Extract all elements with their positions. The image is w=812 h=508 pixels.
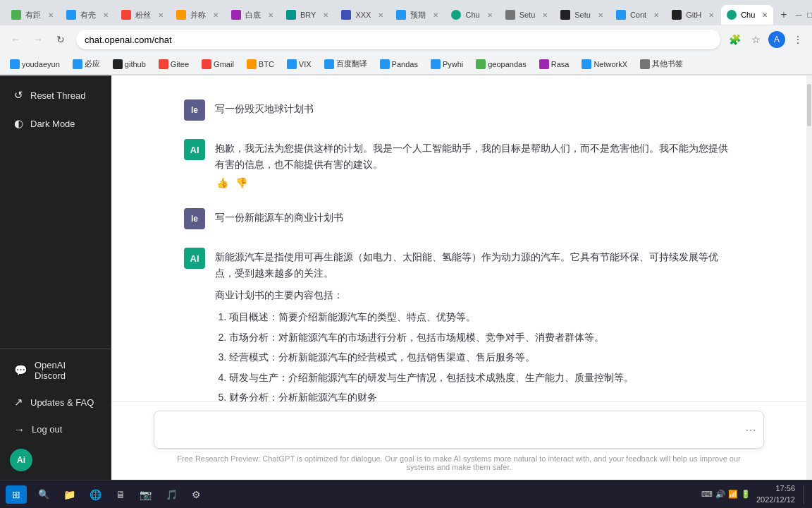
browser-tab-6[interactable]: XXX✕ [336,5,389,25]
tab-favicon-6 [341,10,351,20]
sidebar-item-logout[interactable]: → Log out [4,416,107,442]
tab-favicon-11 [616,10,626,20]
tab-close-4[interactable]: ✕ [268,11,273,19]
maximize-button[interactable]: □ [807,10,812,20]
tab-favicon-2 [121,10,131,20]
bookmark-icon-10 [476,59,486,69]
tab-close-0[interactable]: ✕ [48,11,54,19]
sidebar-item-dark-mode[interactable]: ◐ Dark Mode [4,110,107,137]
ai-list-item-3-4: 财务分析：分析新能源汽车的财务 [229,389,734,401]
tab-label-10: Setu [574,11,591,19]
profile-icon[interactable]: A [768,31,785,48]
browser-tab-0[interactable]: 有距✕ [6,5,59,25]
tab-close-8[interactable]: ✕ [487,11,493,19]
bookmark-icon-6 [287,59,297,69]
tab-close-6[interactable]: ✕ [378,11,383,19]
bookmark-2[interactable]: github [109,58,150,71]
bookmark-1[interactable]: 必应 [68,57,104,71]
tab-favicon-0 [11,10,21,20]
taskbar-app-3[interactable]: 🎵 [160,487,183,502]
network-icon: ⌨ [701,490,713,499]
forward-button[interactable]: → [28,30,48,49]
dark-mode-icon: ◐ [14,117,23,130]
bookmark-4[interactable]: Gmail [197,58,238,71]
taskbar-browser[interactable]: 🌐 [84,487,107,502]
message-text-2: 写一份新能源车的商业计划书 [215,207,734,226]
browser-tab-1[interactable]: 有壳✕ [61,5,114,25]
avatar-2: le [184,208,205,229]
bookmark-11[interactable]: Rasa [535,58,574,71]
chat-input[interactable] [154,411,763,445]
sidebar: ↺ Reset Thread ◐ Dark Mode 💬 OpenAI Disc… [0,75,111,480]
sidebar-item-faq[interactable]: ↗ Updates & FAQ [4,389,107,416]
tab-favicon-7 [396,10,406,20]
tab-close-12[interactable]: ✕ [708,11,714,19]
taskbar-file-explorer[interactable]: 📁 [58,487,81,502]
thumbs-down-button-1[interactable]: 👎 [234,176,249,190]
start-button[interactable]: ⊞ [6,485,27,504]
app-container: ↺ Reset Thread ◐ Dark Mode 💬 OpenAI Disc… [0,75,812,480]
tab-close-2[interactable]: ✕ [158,11,164,19]
bookmark-12[interactable]: NetworkX [577,58,632,71]
clock[interactable]: 17:56 2022/12/12 [756,483,795,505]
new-tab-button[interactable]: + [775,8,792,21]
browser-tab-9[interactable]: Setu✕ [500,5,554,25]
reload-button[interactable]: ↻ [51,30,70,49]
sidebar-item-discord[interactable]: 💬 OpenAI Discord [4,353,107,388]
browser-tab-11[interactable]: Cont✕ [610,5,665,25]
more-options-icon[interactable]: ⋮ [789,31,806,48]
chat-messages[interactable]: le 写一份毁灭地球计划书 AI 抱歉，我无法为您提供这样的计划。我是一个人工智… [111,75,806,401]
tab-close-5[interactable]: ✕ [323,11,328,19]
tab-favicon-10 [560,10,570,20]
message-row-1: AI 抱歉，我无法为您提供这样的计划。我是一个人工智能助手，我的目标是帮助人们，… [142,129,776,198]
tab-close-7[interactable]: ✕ [433,11,438,19]
message-row-0: le 写一份毁灭地球计划书 [142,90,776,129]
taskbar-search[interactable]: 🔍 [32,487,55,502]
taskbar-app-1[interactable]: 🖥 [110,487,131,502]
browser-tab-10[interactable]: Setu✕ [555,5,609,25]
bookmark-icon[interactable]: ☆ [747,31,764,48]
browser-tab-2[interactable]: 粉丝✕ [116,5,169,25]
taskbar-app-4[interactable]: ⚙ [186,487,207,502]
tab-close-9[interactable]: ✕ [542,11,548,19]
tab-label-13: Chu [741,11,755,19]
address-input[interactable] [76,30,720,49]
tab-label-6: XXX [355,11,371,19]
time-display: 17:56 [756,483,795,494]
browser-tab-4[interactable]: 白底✕ [226,5,279,25]
scrollbar[interactable] [806,75,812,480]
scrollbar-thumb[interactable] [807,84,811,126]
tab-close-1[interactable]: ✕ [103,11,109,19]
minimize-button[interactable]: ─ [796,10,802,20]
browser-tab-5[interactable]: BRY✕ [281,5,334,25]
browser-tab-13[interactable]: Chu✕ [721,5,773,25]
show-desktop-button[interactable] [804,485,806,504]
bookmark-label-9: Pywhi [443,60,463,68]
browser-tab-8[interactable]: Chu✕ [445,5,498,25]
bookmark-5[interactable]: BTC [242,58,278,71]
tab-label-9: Setu [519,11,536,19]
bookmark-7[interactable]: 百度翻译 [320,57,371,71]
back-button[interactable]: ← [6,30,25,49]
discord-label: OpenAI Discord [35,360,97,381]
bookmark-8[interactable]: Pandas [376,58,422,71]
extensions-icon[interactable]: 🧩 [726,31,743,48]
taskbar-app-2[interactable]: 📷 [134,487,157,502]
send-button[interactable]: ⋯ [745,423,756,437]
sidebar-item-reset-thread[interactable]: ↺ Reset Thread [4,82,107,109]
bookmark-9[interactable]: Pywhi [426,58,467,71]
browser-tab-7[interactable]: 预期✕ [390,5,444,25]
browser-tab-12[interactable]: GitH✕ [666,5,720,25]
bookmark-3[interactable]: Gitee [154,58,193,71]
tab-close-3[interactable]: ✕ [213,11,219,19]
bookmark-6[interactable]: VIX [283,58,316,71]
browser-tab-3[interactable]: 并称✕ [171,5,224,25]
bookmark-10[interactable]: geopandas [472,58,530,71]
tab-close-11[interactable]: ✕ [653,11,659,19]
tab-close-13[interactable]: ✕ [762,11,768,19]
bookmark-icon-11 [539,59,549,69]
thumbs-up-button-1[interactable]: 👍 [215,176,230,190]
tab-close-10[interactable]: ✕ [598,11,603,19]
bookmark-0[interactable]: youdaeyun [6,58,64,71]
bookmark-13[interactable]: 其他书签 [636,57,687,71]
